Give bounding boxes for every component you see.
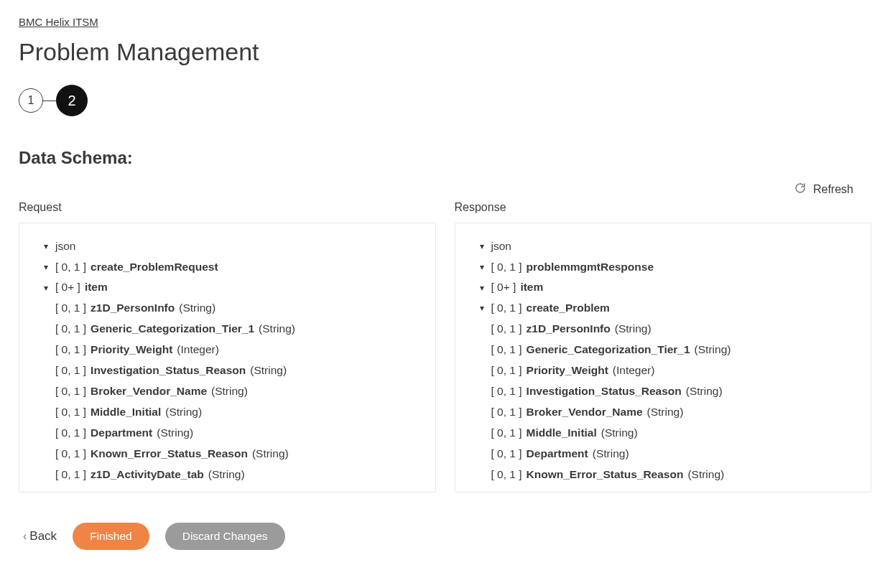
tree-label: z1D_ActivityDate_tab [91,465,204,485]
tree-node-json[interactable]: ▾ json [41,236,427,257]
tree-cardinality: [ 0, 1 ] [55,402,86,423]
tree-cardinality: [ 0+ ] [491,277,516,298]
tree-node[interactable]: ▾ [ 0, 1 ] create_ProblemRequest [41,257,427,278]
tree-type: (String) [157,423,193,444]
tree-leaf[interactable]: [ 0, 1 ]z1D_PersonInfo(String) [477,319,863,340]
tree-label: Priority_Weight [91,340,172,360]
refresh-icon [794,182,806,197]
chevron-left-icon: ‹ [23,530,27,543]
tree-leaf[interactable]: [ 0, 1 ]Priority_Weight(Integer) [477,360,863,381]
tree-leaf[interactable]: [ 0, 1 ]Department(String) [41,423,427,444]
tree-cardinality: [ 0, 1 ] [55,360,86,381]
chevron-down-icon[interactable]: ▾ [477,280,487,296]
tree-label: z1D_PersonInfo [527,319,611,340]
chevron-down-icon[interactable]: ▾ [41,238,51,254]
tree-node[interactable]: ▾ [ 0, 1 ] create_Problem [477,298,863,319]
tree-type: (String) [179,298,215,319]
tree-leaf[interactable]: [ 0, 1 ]Broker_Vendor_Name(String) [477,402,863,423]
discard-changes-button[interactable]: Discard Changes [165,523,285,550]
tree-label: Known_Error_Status_Reason [91,444,248,465]
tree-cardinality: [ 0, 1 ] [55,298,86,319]
breadcrumb-link[interactable]: BMC Helix ITSM [19,16,98,28]
tree-cardinality: [ 0, 1 ] [55,423,86,444]
request-tree: ▾ json ▾ [ 0, 1 ] create_ProblemRequest [41,236,427,485]
tree-leaf[interactable]: [ 0, 1 ]Broker_Vendor_Name(String) [41,381,427,402]
tree-type: (String) [211,381,248,402]
tree-leaf[interactable]: [ 0, 1 ]Middle_Initial(String) [477,423,863,444]
tree-type: (String) [601,423,638,444]
tree-label: Department [91,423,152,444]
tree-label: item [520,277,543,298]
back-button[interactable]: ‹ Back [23,529,57,543]
tree-node-json[interactable]: ▾ json [477,236,863,257]
response-tree: ▾ json ▾ [ 0, 1 ] problemmgmtResponse [477,236,863,485]
tree-label: Department [527,444,588,465]
tree-cardinality: [ 0, 1 ] [491,381,522,402]
tree-leaf[interactable]: [ 0, 1 ]Priority_Weight(Integer) [41,340,427,360]
tree-label: Generic_Categorization_Tier_1 [527,340,690,360]
tree-label: Priority_Weight [527,360,608,381]
tree-label: item [85,277,108,298]
tree-node[interactable]: ▾ [ 0+ ] item [477,277,863,298]
tree-label: create_ProblemRequest [91,257,218,278]
tree-type: (Integer) [177,340,219,360]
request-panel: ▾ json ▾ [ 0, 1 ] create_ProblemRequest [19,223,436,493]
tree-leaf[interactable]: [ 0, 1 ]z1D_ActivityDate_tab(String) [41,465,427,485]
tree-type: (String) [259,319,295,340]
back-label: Back [29,529,57,543]
step-1[interactable]: 1 [19,88,43,113]
tree-cardinality: [ 0, 1 ] [55,381,86,402]
tree-leaf[interactable]: [ 0, 1 ]Investigation_Status_Reason(Stri… [41,360,427,381]
tree-cardinality: [ 0, 1 ] [491,340,522,360]
tree-label: json [491,236,511,257]
tree-cardinality: [ 0, 1 ] [491,257,522,278]
chevron-down-icon[interactable]: ▾ [41,280,51,296]
response-header: Response [455,201,872,214]
step-connector [43,101,56,101]
tree-leaf[interactable]: [ 0, 1 ]Department(String) [477,444,863,465]
tree-label: Broker_Vendor_Name [91,381,207,402]
tree-label: create_Problem [527,298,610,319]
tree-type: (String) [615,319,652,340]
tree-cardinality: [ 0, 1 ] [491,360,522,381]
tree-cardinality: [ 0, 1 ] [491,298,522,319]
tree-type: (String) [695,340,731,360]
chevron-down-icon[interactable]: ▾ [477,238,487,254]
tree-leaf[interactable]: [ 0, 1 ]Known_Error_Status_Reason(String… [41,444,427,465]
tree-label: Investigation_Status_Reason [527,381,682,402]
step-2[interactable]: 2 [56,85,88,116]
finished-button[interactable]: Finished [73,523,149,550]
tree-label: Middle_Initial [91,402,161,423]
tree-label: Broker_Vendor_Name [527,402,643,423]
tree-type: (String) [686,381,723,402]
tree-leaf[interactable]: [ 0, 1 ]Generic_Categorization_Tier_1(St… [41,319,427,340]
tree-cardinality: [ 0+ ] [55,277,80,298]
chevron-down-icon[interactable]: ▾ [41,259,51,275]
tree-type: (String) [687,465,724,485]
tree-cardinality: [ 0, 1 ] [491,319,522,340]
tree-label: Investigation_Status_Reason [91,360,246,381]
tree-type: (String) [208,465,245,485]
refresh-label: Refresh [813,183,853,196]
tree-cardinality: [ 0, 1 ] [491,444,522,465]
chevron-down-icon[interactable]: ▾ [477,300,487,316]
tree-cardinality: [ 0, 1 ] [55,257,86,278]
tree-label: Known_Error_Status_Reason [527,465,684,485]
tree-leaf[interactable]: [ 0, 1 ]Investigation_Status_Reason(Stri… [477,381,863,402]
tree-label: Middle_Initial [527,423,597,444]
chevron-down-icon[interactable]: ▾ [477,259,487,275]
tree-leaf[interactable]: [ 0, 1 ]Middle_Initial(String) [41,402,427,423]
tree-type: (String) [593,444,629,465]
tree-cardinality: [ 0, 1 ] [491,402,522,423]
tree-leaf[interactable]: [ 0, 1 ]Generic_Categorization_Tier_1(St… [477,340,863,360]
tree-leaf[interactable]: [ 0, 1 ]Known_Error_Status_Reason(String… [477,465,863,485]
tree-node[interactable]: ▾ [ 0+ ] item [41,277,427,298]
refresh-button[interactable]: Refresh [794,182,853,197]
section-title: Data Schema: [19,148,871,168]
tree-leaf[interactable]: [ 0, 1 ]z1D_PersonInfo(String) [41,298,427,319]
response-panel: ▾ json ▾ [ 0, 1 ] problemmgmtResponse [455,223,872,493]
tree-cardinality: [ 0, 1 ] [55,444,86,465]
stepper: 1 2 [19,85,871,116]
tree-type: (String) [252,444,289,465]
tree-node[interactable]: ▾ [ 0, 1 ] problemmgmtResponse [477,257,863,278]
